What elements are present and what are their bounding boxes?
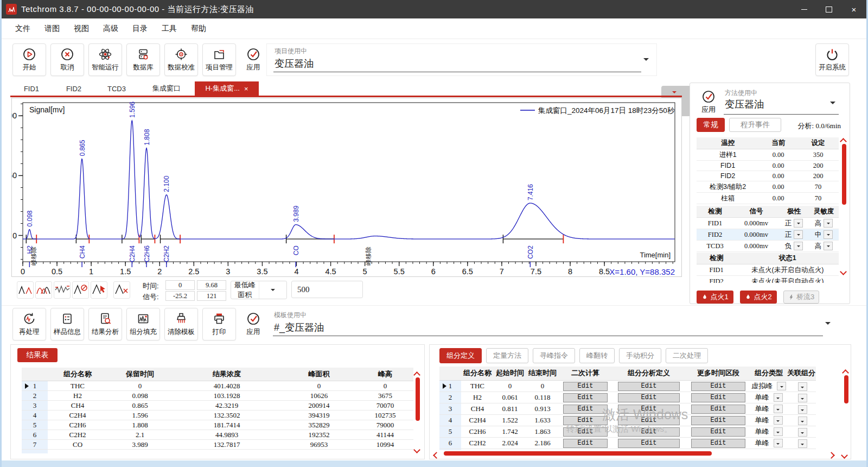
template-in-use-select[interactable]: 模板使用中 #_变压器油 <box>266 308 838 339</box>
table-row[interactable]: 柱箱0.0070 <box>697 193 839 204</box>
table-row[interactable]: 4 C2H41.596132.3502394319102735 <box>22 411 413 420</box>
clear-template-button[interactable]: 清除模板 <box>164 308 198 340</box>
component-type-dropdown[interactable] <box>777 382 786 390</box>
tab-fid1[interactable]: FID1 <box>10 82 53 96</box>
vertical-scrollbar[interactable] <box>416 377 420 421</box>
scroll-down-icon[interactable] <box>842 450 847 460</box>
polarity-dropdown[interactable] <box>794 242 803 250</box>
component-type-dropdown[interactable] <box>774 405 783 413</box>
table-row[interactable]: FID1未点火(未开启自动点火) <box>697 264 839 276</box>
tab-h-integration-active[interactable]: H-集成窗... × <box>195 81 259 96</box>
tab-close-icon[interactable]: × <box>244 85 248 93</box>
table-row[interactable]: 2 H20.0610.118 Edit Edit Edit 单峰 <box>439 392 816 403</box>
component-type-dropdown[interactable] <box>774 416 783 425</box>
print-button[interactable]: 打印 <box>202 308 236 340</box>
signal-to-input[interactable] <box>197 291 226 301</box>
peak-view-button-4[interactable] <box>72 281 89 299</box>
vertical-scrollbar[interactable] <box>842 144 846 205</box>
tab-secondary-processing[interactable]: 二次处理 <box>666 348 708 363</box>
table-row[interactable]: FID1 0.000mv 正 高 <box>697 218 839 229</box>
tab-component-definition[interactable]: 组分定义 <box>439 348 482 363</box>
table-row[interactable]: 2 H20.098103.1928106263675 <box>22 391 413 401</box>
menu-item-spectrum[interactable]: 谱图 <box>37 22 67 36</box>
analysis-definition-edit-button[interactable]: Edit <box>618 382 680 391</box>
secondary-calc-edit-button[interactable]: Edit <box>563 393 608 402</box>
menu-item-view[interactable]: 视图 <box>67 22 96 36</box>
ignite-1-button[interactable]: 点火1 <box>697 291 733 304</box>
reprocess-button[interactable]: 再处理 <box>12 308 46 340</box>
time-from-input[interactable] <box>165 280 195 290</box>
horizontal-scrollbar[interactable] <box>444 451 712 456</box>
tab-tcd3[interactable]: TCD3 <box>95 82 138 96</box>
analysis-definition-edit-button[interactable]: Edit <box>618 393 680 402</box>
sensitivity-dropdown[interactable] <box>824 219 833 228</box>
time-segments-edit-button[interactable]: Edit <box>691 382 746 391</box>
polarity-dropdown[interactable] <box>794 219 803 228</box>
table-row[interactable]: FID2 0.000mv 正 中 <box>697 229 839 241</box>
chevron-down-icon[interactable] <box>830 102 835 104</box>
table-row[interactable]: 6 C2H22.144.989319235241144 <box>22 430 413 440</box>
tab-quant-method[interactable]: 定量方法 <box>486 348 528 363</box>
linked-component-dropdown[interactable] <box>798 405 807 414</box>
maximize-button[interactable] <box>816 0 841 18</box>
tab-peak-search[interactable]: 寻峰指令 <box>533 348 575 363</box>
signal-from-input[interactable] <box>165 291 195 301</box>
table-row[interactable]: 检测3/辅助20.0070 <box>697 181 839 193</box>
result-analysis-button[interactable]: 结果分析 <box>88 308 122 340</box>
peak-view-button-1[interactable] <box>17 281 34 299</box>
analysis-definition-edit-button[interactable]: Edit <box>618 439 680 448</box>
chromatogram[interactable]: 05010000.511.522.533.544.555.566.577.588… <box>12 98 681 276</box>
menu-item-file[interactable]: 文件 <box>8 22 37 36</box>
tab-manual-integration[interactable]: 手动积分 <box>619 348 661 363</box>
min-peak-area-select[interactable]: 最低峰面积 <box>231 281 287 299</box>
close-button[interactable]: × <box>841 0 866 18</box>
time-segments-edit-button[interactable]: Edit <box>691 393 746 402</box>
component-fill-button[interactable]: 组分填充 <box>126 308 160 340</box>
table-row[interactable]: 6 C2H22.0242.186 Edit Edit Edit 单峰 <box>439 438 816 449</box>
apply-project-button[interactable]: 应用 <box>240 43 266 76</box>
component-type-dropdown[interactable] <box>774 393 783 402</box>
linked-component-dropdown[interactable] <box>798 439 807 448</box>
table-row[interactable]: 1 THC0401.402800 <box>22 381 413 391</box>
smart-run-button[interactable]: 智能运行 <box>88 43 122 76</box>
tabs-overflow-caret[interactable] <box>672 86 676 96</box>
apply-template-button[interactable]: 应用 <box>240 308 266 340</box>
time-segments-edit-button[interactable]: Edit <box>691 427 746 437</box>
table-row[interactable]: FID20.00200 <box>697 171 839 181</box>
menu-item-tools[interactable]: 工具 <box>155 22 184 36</box>
scroll-right-icon[interactable] <box>829 450 834 460</box>
min-peak-area-input[interactable] <box>291 281 363 298</box>
table-row[interactable]: TCD3 0.000mv 负 高 <box>697 241 839 252</box>
time-to-input[interactable] <box>197 280 226 290</box>
tab-integration-window[interactable]: 集成窗口 <box>138 81 195 96</box>
vertical-scrollbar[interactable] <box>844 375 848 403</box>
sensitivity-dropdown[interactable] <box>824 242 833 250</box>
time-segments-edit-button[interactable]: Edit <box>691 416 746 425</box>
sensitivity-dropdown[interactable] <box>824 230 833 239</box>
scroll-down-icon[interactable] <box>414 445 419 455</box>
chevron-down-icon[interactable] <box>643 58 649 61</box>
time-segments-edit-button[interactable]: Edit <box>691 405 746 414</box>
project-management-button[interactable]: 项目管理 <box>202 43 236 76</box>
linked-component-dropdown[interactable] <box>798 394 807 402</box>
table-row[interactable]: FID2未点火(未开启自动点火) <box>697 276 839 283</box>
peak-view-button-2[interactable] <box>35 281 52 299</box>
sample-info-button[interactable]: 样品信息 <box>50 308 84 340</box>
linked-component-dropdown[interactable] <box>798 416 807 425</box>
component-type-dropdown[interactable] <box>774 427 783 436</box>
secondary-calc-edit-button[interactable]: Edit <box>563 439 608 448</box>
menu-item-help[interactable]: 帮助 <box>184 22 213 36</box>
polarity-dropdown[interactable] <box>794 230 803 239</box>
power-on-system-button[interactable]: 开启系统 <box>815 43 849 76</box>
apply-method-button[interactable]: 应用 <box>697 90 720 115</box>
menu-item-advanced[interactable]: 高级 <box>96 22 125 36</box>
secondary-calc-edit-button[interactable]: Edit <box>563 382 608 391</box>
menu-item-directory[interactable]: 目录 <box>125 22 155 36</box>
linked-component-dropdown[interactable] <box>798 428 807 437</box>
tab-temperature-program[interactable]: 程升事件 <box>729 118 781 132</box>
table-row[interactable]: 进样10.00350 <box>697 149 839 161</box>
cancel-button[interactable]: 取消 <box>50 43 84 76</box>
table-row[interactable]: 1 THC00 Edit Edit Edit 虚拟峰 <box>439 381 816 392</box>
peak-view-button-6[interactable] <box>113 281 130 299</box>
tab-general[interactable]: 常规 <box>697 118 725 132</box>
